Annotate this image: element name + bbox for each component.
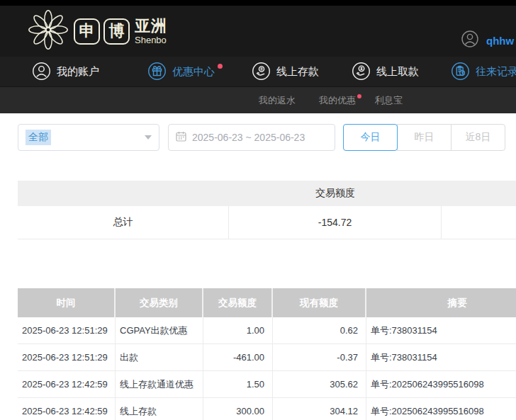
user-avatar-icon <box>461 30 479 51</box>
summary-table: 交易额度 总计 -154.72 <box>18 181 516 239</box>
transactions-header-row: 时间 交易类别 交易额度 现有额度 摘要 <box>18 288 516 317</box>
cell-balance: -0.37 <box>273 344 366 370</box>
cell-summary: 单号:202506243995516098 <box>366 398 516 420</box>
subnav-item-my-rebate[interactable]: 我的返水 <box>259 87 296 113</box>
chevron-down-icon <box>145 135 152 140</box>
nav-item-my-account[interactable]: 我的账户 <box>32 57 99 87</box>
cell-time: 2025-06-23 12:51:29 <box>18 344 116 370</box>
nav-item-transaction-records[interactable]: 往来记录 <box>451 57 516 87</box>
cell-amount: -461.00 <box>203 344 273 370</box>
nav-item-online-withdraw[interactable]: 线上取款 <box>352 57 419 87</box>
date-range-value: 2025-06-23 ~ 2025-06-23 <box>192 132 305 143</box>
flower-logo-icon <box>27 8 69 54</box>
transactions-table: 时间 交易类别 交易额度 现有额度 摘要 2025-06-23 12:51:29… <box>18 288 516 420</box>
cell-time: 2025-06-23 12:42:59 <box>18 398 116 420</box>
cell-summary: 单号:202506243995516098 <box>366 371 516 397</box>
cell-amount: 300.00 <box>203 398 273 420</box>
username-text: qhhw <box>486 35 514 47</box>
cell-time: 2025-06-23 12:51:29 <box>18 317 116 344</box>
deposit-hand-icon <box>252 62 271 83</box>
summary-total-label: 总计 <box>18 206 229 239</box>
cell-type: 出款 <box>116 344 203 370</box>
sub-navigation: 我的返水 我的优惠 利息宝 <box>0 87 516 113</box>
main-navigation: 我的账户 优惠中心 线上存款 <box>0 57 516 87</box>
nav-item-online-deposit[interactable]: 线上存款 <box>252 57 319 87</box>
col-header-summary: 摘要 <box>366 288 516 317</box>
category-selected-value: 全部 <box>26 130 51 145</box>
col-header-type: 交易类别 <box>116 288 203 317</box>
summary-header-label: 交易额度 <box>229 181 442 206</box>
col-header-balance: 现有额度 <box>273 288 366 317</box>
date-range-input[interactable]: 2025-06-23 ~ 2025-06-23 <box>168 124 335 151</box>
subnav-item-interest-treasure[interactable]: 利息宝 <box>375 87 403 113</box>
col-header-amount: 交易额度 <box>203 288 273 317</box>
notification-dot <box>218 64 223 69</box>
cell-amount: 1.50 <box>203 371 273 397</box>
gift-icon <box>147 62 167 83</box>
subnav-item-my-promo[interactable]: 我的优惠 <box>319 87 360 113</box>
table-row: 2025-06-23 12:51:29 出款 -461.00 -0.37 单号:… <box>18 344 516 371</box>
brand-logo[interactable]: 申 博 亚洲 Shenbo <box>27 8 167 54</box>
cell-balance: 304.12 <box>273 398 366 420</box>
table-row: 2025-06-23 12:51:29 CGPAY出款优惠 1.00 0.62 … <box>18 317 516 344</box>
cell-balance: 0.62 <box>273 317 366 344</box>
logo-region-text: 亚洲 Shenbo <box>135 18 167 45</box>
summary-total-row: 总计 -154.72 <box>18 206 516 239</box>
site-header: 申 博 亚洲 Shenbo qhhw <box>0 6 516 57</box>
yesterday-button[interactable]: 昨日 <box>397 124 452 151</box>
table-row: 2025-06-23 12:42:59 线上存款 300.00 304.12 单… <box>18 398 516 420</box>
cell-summary: 单号:738031154 <box>366 344 516 370</box>
records-clipboard-icon <box>451 62 470 83</box>
cell-type: CGPAY出款优惠 <box>116 317 203 344</box>
quick-date-buttons: 今日 昨日 近8日 <box>343 124 505 151</box>
calendar-icon <box>176 131 186 144</box>
cell-amount: 1.00 <box>203 317 273 344</box>
cell-balance: 305.62 <box>273 371 366 397</box>
withdraw-hand-icon <box>352 62 371 83</box>
col-header-time: 时间 <box>18 288 116 317</box>
user-account-link[interactable]: qhhw <box>461 30 514 51</box>
cell-time: 2025-06-23 12:42:59 <box>18 371 116 397</box>
last-8-days-button[interactable]: 近8日 <box>451 124 505 151</box>
today-button[interactable]: 今日 <box>343 124 398 151</box>
cell-type: 线上存款 <box>116 398 203 420</box>
logo-char-box: 博 <box>103 18 130 45</box>
cell-summary: 单号:738031154 <box>366 317 516 344</box>
cell-type: 线上存款通道优惠 <box>116 371 203 397</box>
logo-char-box: 申 <box>74 18 100 45</box>
nav-item-promo-center[interactable]: 优惠中心 <box>147 57 220 87</box>
filter-bar: 全部 2025-06-23 ~ 2025-06-23 今日 昨日 近8日 <box>18 124 516 151</box>
summary-total-value: -154.72 <box>229 206 442 239</box>
user-circle-icon <box>32 62 51 83</box>
summary-header-row: 交易额度 <box>18 181 516 206</box>
category-select[interactable]: 全部 <box>18 124 159 151</box>
top-black-strip <box>0 0 516 6</box>
notification-dot <box>357 94 361 98</box>
table-row: 2025-06-23 12:42:59 线上存款通道优惠 1.50 305.62… <box>18 371 516 398</box>
